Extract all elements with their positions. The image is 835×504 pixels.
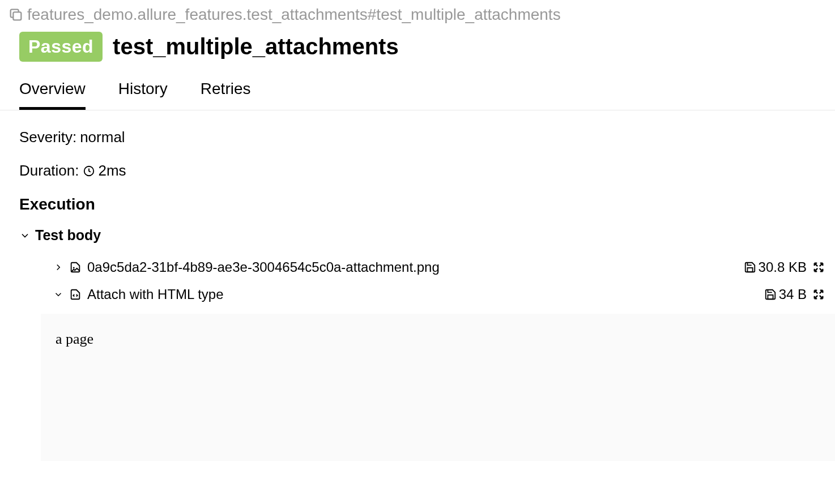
clock-icon: [83, 165, 95, 177]
execution-heading: Execution: [19, 195, 835, 213]
attachment-size: 30.8 KB: [759, 259, 807, 275]
attachment-row[interactable]: Attach with HTML type: [53, 287, 224, 302]
test-title: test_multiple_attachments: [113, 34, 399, 59]
duration-label: Duration:: [19, 162, 79, 180]
tabs: Overview History Retries: [0, 64, 835, 110]
attachment-name: 0a9c5da2-31bf-4b89-ae3e-3004654c5c0a-att…: [87, 259, 440, 275]
image-file-icon: [69, 261, 82, 274]
tab-history[interactable]: History: [118, 80, 168, 110]
svg-point-2: [73, 267, 75, 269]
breadcrumb: features_demo.allure_features.test_attac…: [27, 6, 561, 24]
fullscreen-button[interactable]: [812, 261, 825, 274]
copy-icon[interactable]: [8, 7, 24, 23]
attachment-row[interactable]: 0a9c5da2-31bf-4b89-ae3e-3004654c5c0a-att…: [53, 259, 440, 275]
test-body-expander[interactable]: Test body: [19, 227, 835, 244]
status-badge: Passed: [19, 32, 103, 62]
fullscreen-button[interactable]: [812, 288, 825, 301]
test-body-heading: Test body: [35, 227, 101, 244]
tab-overview[interactable]: Overview: [19, 80, 86, 110]
code-file-icon: [69, 288, 82, 301]
save-icon: [744, 261, 756, 274]
attachment-content: a page: [41, 314, 835, 461]
severity-label: Severity:: [19, 129, 76, 146]
svg-rect-4: [768, 295, 773, 299]
chevron-down-icon: [19, 230, 31, 241]
attachment-size: 34 B: [779, 287, 807, 302]
download-button[interactable]: 34 B: [764, 287, 807, 302]
chevron-down-icon: [53, 289, 63, 300]
svg-rect-3: [747, 268, 752, 272]
duration-value: 2ms: [99, 162, 126, 180]
save-icon: [764, 288, 777, 301]
tab-retries[interactable]: Retries: [201, 80, 251, 110]
severity-value: normal: [80, 129, 125, 146]
svg-rect-0: [13, 12, 21, 20]
download-button[interactable]: 30.8 KB: [744, 259, 807, 275]
attachment-name: Attach with HTML type: [87, 287, 224, 302]
chevron-right-icon: [53, 262, 63, 272]
